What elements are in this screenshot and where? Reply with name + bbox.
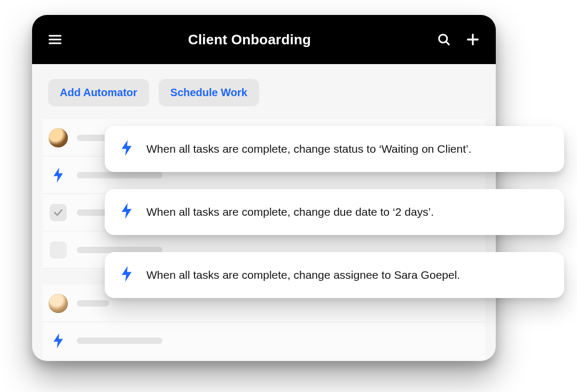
avatar [49,294,68,313]
automator-card-text: When all tasks are complete, change assi… [146,269,460,281]
automator-card[interactable]: When all tasks are complete, change stat… [105,126,564,172]
checkbox-checked-icon[interactable] [50,204,67,221]
page-title: Client Onboarding [63,32,436,48]
search-icon[interactable] [436,32,452,48]
automator-card[interactable]: When all tasks are complete, change assi… [105,252,564,298]
svg-line-4 [446,42,449,45]
titlebar: Client Onboarding [32,15,496,64]
menu-icon[interactable] [47,32,63,48]
placeholder-bar [77,209,109,216]
add-automator-button[interactable]: Add Automator [48,79,149,106]
bolt-icon [121,203,132,221]
bolt-icon [121,266,132,284]
automator-card-text: When all tasks are complete, change stat… [146,143,472,155]
placeholder-bar [77,300,109,307]
avatar [49,128,68,147]
add-icon[interactable] [465,32,481,48]
placeholder-bar [77,135,109,141]
bolt-icon [121,140,132,158]
bolt-icon [48,331,68,351]
checkbox-empty-icon[interactable] [50,241,67,258]
toolbar: Add Automator Schedule Work [32,64,496,119]
schedule-work-button[interactable]: Schedule Work [159,79,259,106]
automator-cards: When all tasks are complete, change stat… [105,126,564,298]
automator-card[interactable]: When all tasks are complete, change due … [105,189,564,235]
automator-card-text: When all tasks are complete, change due … [146,206,434,218]
placeholder-bar [77,338,162,344]
bolt-icon [48,165,68,185]
list-item[interactable] [43,322,485,359]
